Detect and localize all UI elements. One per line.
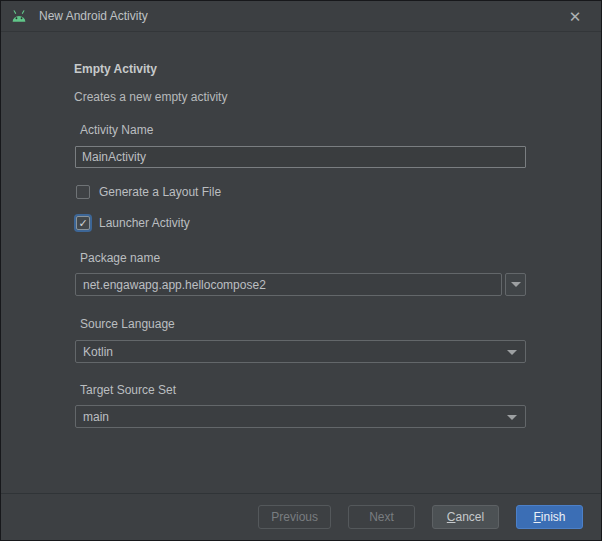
target-source-set-dropdown[interactable]: main bbox=[75, 405, 526, 428]
package-name-label: Package name bbox=[80, 251, 160, 265]
cancel-button[interactable]: Cancel bbox=[432, 505, 499, 529]
dialog-button-bar: Previous Next Cancel Finish bbox=[1, 493, 601, 540]
source-language-dropdown[interactable]: Kotlin bbox=[75, 340, 526, 363]
titlebar: New Android Activity ✕ bbox=[1, 1, 601, 32]
chevron-down-icon bbox=[507, 350, 517, 355]
android-logo-icon bbox=[10, 9, 28, 23]
target-source-set-label: Target Source Set bbox=[80, 383, 176, 397]
generate-layout-checkbox[interactable] bbox=[76, 185, 90, 199]
cancel-label-rest: ancel bbox=[455, 510, 484, 524]
checkmark-icon: ✓ bbox=[78, 217, 87, 228]
package-name-combobox[interactable]: net.engawapg.app.hellocompose2 bbox=[75, 273, 526, 296]
finish-button[interactable]: Finish bbox=[516, 505, 583, 529]
template-title: Empty Activity bbox=[74, 62, 157, 76]
chevron-down-icon bbox=[507, 415, 517, 420]
package-name-value[interactable]: net.engawapg.app.hellocompose2 bbox=[75, 273, 502, 296]
activity-name-label: Activity Name bbox=[80, 123, 153, 137]
close-icon[interactable]: ✕ bbox=[563, 5, 587, 29]
template-description: Creates a new empty activity bbox=[74, 90, 227, 104]
source-language-label: Source Language bbox=[80, 317, 175, 331]
target-source-set-value: main bbox=[83, 410, 109, 424]
package-name-dropdown-button[interactable] bbox=[505, 273, 526, 296]
new-android-activity-dialog: New Android Activity ✕ Empty Activity Cr… bbox=[0, 0, 602, 541]
previous-button[interactable]: Previous bbox=[258, 505, 331, 529]
launcher-activity-checkbox[interactable]: ✓ bbox=[76, 216, 90, 230]
next-button[interactable]: Next bbox=[348, 505, 415, 529]
activity-name-input[interactable] bbox=[75, 146, 526, 168]
launcher-activity-checkbox-row[interactable]: ✓ Launcher Activity bbox=[76, 216, 190, 230]
finish-mnemonic: F bbox=[533, 510, 540, 524]
source-language-value: Kotlin bbox=[83, 345, 113, 359]
chevron-down-icon bbox=[511, 282, 521, 287]
window-title: New Android Activity bbox=[39, 9, 148, 23]
launcher-activity-label: Launcher Activity bbox=[99, 216, 190, 230]
generate-layout-label: Generate a Layout File bbox=[99, 185, 221, 199]
finish-label-rest: inish bbox=[541, 510, 566, 524]
generate-layout-checkbox-row[interactable]: Generate a Layout File bbox=[76, 185, 221, 199]
